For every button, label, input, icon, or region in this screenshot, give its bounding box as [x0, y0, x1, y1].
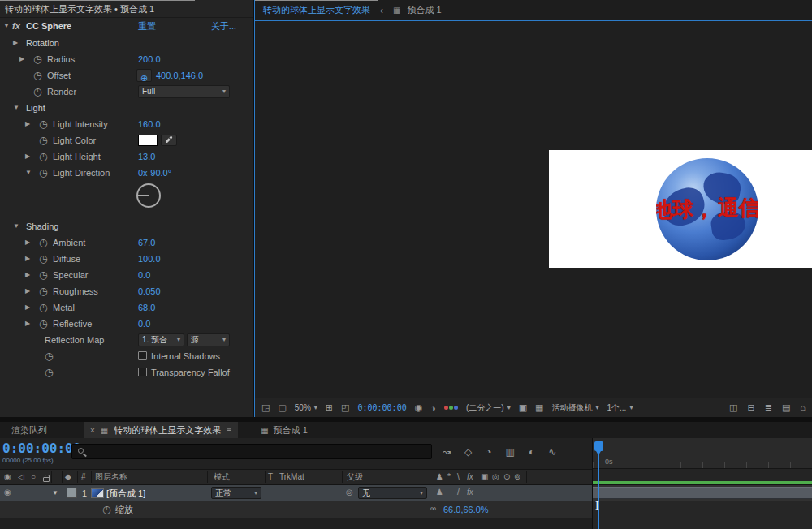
stopwatch-icon[interactable]: ◷: [39, 251, 47, 267]
tab-timeline-active[interactable]: × ▦ 转动的球体上显示文字效果 ≡: [84, 422, 238, 438]
property-value[interactable]: 400.0,146.0: [156, 67, 203, 84]
chevron-right-icon[interactable]: ▶: [25, 116, 30, 132]
angle-dial[interactable]: [135, 182, 162, 209]
frame-blend-icon[interactable]: ▥: [506, 446, 515, 458]
index-column-header[interactable]: #: [81, 470, 86, 484]
playhead-handle[interactable]: [594, 441, 603, 451]
preview-timecode[interactable]: 0:00:00:00: [357, 403, 406, 412]
quality-switch-icon[interactable]: \: [457, 470, 460, 484]
chevron-right-icon[interactable]: ▶: [25, 267, 30, 283]
chevron-right-icon[interactable]: ▶: [13, 35, 18, 51]
timeline-button-icon[interactable]: ≣: [765, 402, 772, 413]
camera-select[interactable]: 活动摄像机 ▾: [551, 402, 598, 414]
always-preview-icon[interactable]: ◲: [261, 402, 270, 413]
threed-switch-icon[interactable]: ⊚: [514, 470, 520, 484]
tab-render-queue[interactable]: 渲染队列: [11, 424, 47, 437]
mask-visibility-icon[interactable]: ◰: [341, 402, 349, 413]
stopwatch-icon[interactable]: ◷: [39, 316, 47, 332]
tab-precomp[interactable]: ▦ 预合成 1: [385, 0, 450, 20]
stopwatch-icon[interactable]: ◷: [33, 67, 41, 84]
color-swatch[interactable]: [138, 135, 158, 146]
property-value[interactable]: 200.0: [138, 51, 161, 67]
layer-row[interactable]: ◉ ▼ 1 [预合成 1] 正常 ▾ ◎ 无 ▾ ♟ / fx: [0, 485, 592, 501]
property-value[interactable]: 67.0: [138, 234, 155, 251]
effect-name[interactable]: CC Sphere: [26, 18, 71, 34]
reset-link[interactable]: 重置: [138, 18, 156, 34]
eyedropper-button[interactable]: [161, 135, 177, 146]
panel-menu-icon[interactable]: ≡: [227, 426, 231, 435]
stopwatch-icon[interactable]: ◷: [39, 132, 47, 148]
chevron-right-icon[interactable]: ▶: [19, 51, 24, 67]
property-value[interactable]: 0.0: [138, 267, 150, 283]
primary-viewer-icon[interactable]: ▢: [278, 402, 286, 413]
layer-name-column-header[interactable]: 图层名称: [95, 470, 127, 484]
property-value[interactable]: 0.050: [138, 283, 161, 299]
mini-flowchart-icon[interactable]: ↝: [443, 446, 451, 458]
motion-blur-icon[interactable]: ◐: [529, 446, 534, 458]
property-value[interactable]: 68.0: [138, 299, 155, 316]
stopwatch-icon[interactable]: ◷: [45, 348, 53, 364]
close-icon[interactable]: ×: [90, 426, 95, 435]
layer-label-color[interactable]: [67, 488, 77, 498]
stopwatch-icon[interactable]: ◷: [39, 234, 47, 251]
parent-select[interactable]: 无 ▾: [358, 487, 427, 499]
crosshair-button[interactable]: ⊕: [136, 69, 152, 82]
property-value[interactable]: 13.0: [138, 148, 155, 165]
checkbox[interactable]: [138, 351, 147, 360]
composition-viewer[interactable]: 地球， 通信: [255, 20, 812, 398]
show-snapshot-icon[interactable]: ◑: [430, 403, 436, 413]
layer-quality-toggle[interactable]: /: [457, 485, 460, 500]
chevron-down-icon[interactable]: ▼: [13, 100, 19, 116]
adjustment-switch-icon[interactable]: ⊙: [503, 470, 510, 484]
frame-blend-switch-icon[interactable]: ▣: [481, 470, 488, 484]
chevron-right-icon[interactable]: ▶: [25, 316, 30, 332]
tab-precomp-timeline[interactable]: ▦ 预合成 1: [261, 424, 308, 437]
time-ruler[interactable]: 0s: [593, 438, 812, 469]
mode-column-header[interactable]: 模式: [214, 470, 230, 484]
property-value[interactable]: 0x-90.0°: [138, 165, 171, 181]
render-select[interactable]: Full▾: [138, 85, 230, 98]
property-value[interactable]: 100.0: [138, 251, 161, 267]
stopwatch-icon[interactable]: ◷: [39, 148, 47, 165]
snapshot-icon[interactable]: ◉: [415, 402, 423, 413]
layer-twirl-icon[interactable]: ▼: [52, 485, 58, 501]
layer-visibility-toggle[interactable]: ◉: [4, 485, 11, 500]
chevron-down-icon[interactable]: ▼: [13, 218, 19, 234]
property-value[interactable]: 0.0: [138, 316, 150, 332]
reflection-map-source-select[interactable]: 源▾: [187, 333, 230, 346]
fx-switch-icon[interactable]: fx: [467, 470, 473, 484]
layer-fx-toggle[interactable]: fx: [467, 485, 473, 500]
chevron-right-icon[interactable]: ▶: [25, 299, 30, 316]
chevron-right-icon[interactable]: ▶: [25, 251, 30, 267]
layer-name[interactable]: [预合成 1]: [106, 485, 145, 501]
checkbox[interactable]: [138, 368, 147, 376]
property-value[interactable]: 160.0: [138, 116, 161, 132]
chevron-right-icon[interactable]: ▶: [25, 148, 30, 165]
label-column-icon[interactable]: ◆: [65, 470, 71, 484]
draft-3d-icon[interactable]: ◇: [464, 446, 472, 458]
resolution-select[interactable]: (二分之一) ▾: [466, 402, 511, 414]
audio-column-icon[interactable]: ◁: [18, 470, 24, 484]
about-link[interactable]: 关于...: [211, 18, 236, 34]
magnification-select[interactable]: 50% ▾: [295, 403, 317, 412]
pixel-aspect-icon[interactable]: ◫: [729, 402, 737, 413]
show-channel-icon[interactable]: [444, 406, 458, 410]
stopwatch-icon[interactable]: ◷: [39, 165, 47, 181]
transparency-grid-icon[interactable]: ▦: [535, 402, 543, 413]
t-column-header[interactable]: T: [268, 470, 273, 484]
shy-switch-icon[interactable]: ♟: [436, 470, 443, 484]
solo-column-icon[interactable]: ○: [31, 470, 36, 484]
chevron-right-icon[interactable]: ▶: [25, 234, 30, 251]
parent-pickwhip-icon[interactable]: ◎: [346, 485, 353, 500]
blend-mode-select[interactable]: 正常 ▾: [211, 487, 261, 499]
layer-duration-bar[interactable]: [593, 487, 812, 499]
tab-comp-active[interactable]: 转动的球体上显示文字效果: [255, 0, 378, 20]
trkmat-column-header[interactable]: TrkMat: [279, 470, 304, 484]
parent-column-header[interactable]: 父级: [347, 470, 363, 484]
lock-column-icon[interactable]: [43, 477, 50, 482]
stopwatch-icon[interactable]: ◷: [45, 364, 53, 381]
stopwatch-icon[interactable]: ◷: [102, 501, 110, 518]
shy-icon[interactable]: ◔: [486, 446, 491, 458]
property-label[interactable]: 缩放: [115, 501, 133, 518]
stopwatch-icon[interactable]: ◷: [39, 299, 47, 316]
